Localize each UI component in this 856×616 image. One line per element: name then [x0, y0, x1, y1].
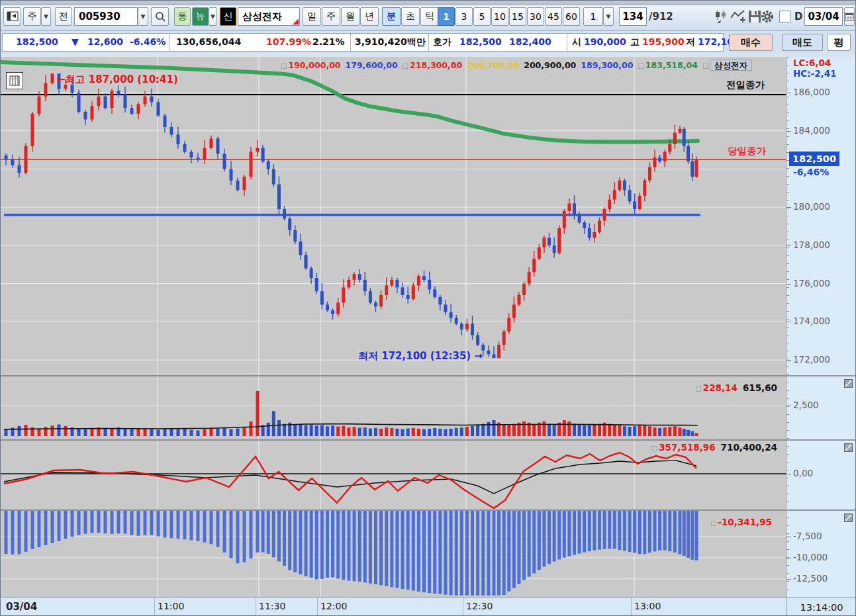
change-pct: -6.46%: [130, 36, 166, 47]
search-icon: [155, 11, 166, 22]
shin-button[interactable]: 신: [220, 7, 236, 26]
d-checkbox[interactable]: [779, 11, 791, 22]
current-pct-axis: -6,46%: [793, 167, 829, 177]
quote-strip: 182,500 ▼ 12,600 -6.46% 130,656,044 107.…: [2, 33, 724, 52]
axis-tick: [786, 207, 791, 208]
price-axis-label: 176,000: [793, 278, 830, 288]
pane-separator: [786, 509, 856, 511]
minute-button-1[interactable]: 1: [438, 7, 455, 26]
price-axis-label: 174,000: [793, 316, 830, 326]
hoga-label: 호가: [433, 36, 452, 48]
period-button-틱[interactable]: 틱: [420, 7, 439, 26]
stock-code-dropdown[interactable]: ▼: [138, 7, 148, 26]
period-button-년[interactable]: 년: [360, 7, 379, 26]
minute-button-60[interactable]: 60: [563, 7, 580, 26]
turnover-pct: 2.21%: [312, 36, 345, 47]
pane-resize-icon[interactable]: [844, 379, 853, 388]
stock-kind-dropdown[interactable]: ▼: [41, 7, 51, 26]
lc-readout: LC:6,04: [793, 58, 831, 68]
low-label: 저: [686, 36, 695, 48]
time-axis-divider: [154, 597, 155, 616]
period-button-월[interactable]: 월: [341, 7, 359, 26]
axis-tick: [786, 284, 791, 285]
minute-button-15[interactable]: 15: [509, 7, 526, 26]
period-button-초[interactable]: 초: [401, 7, 420, 26]
axis-tick: [786, 93, 791, 93]
window-top-strip: [1, 1, 855, 5]
chart-area[interactable]: [1, 57, 786, 597]
divider: [428, 34, 429, 51]
volume-value: 130,656,044: [176, 36, 241, 47]
period-button-일[interactable]: 일: [303, 7, 321, 26]
nyu-dropdown[interactable]: ▼: [209, 7, 217, 26]
settings-gear-icon[interactable]: [759, 7, 775, 26]
lower-axis-label: -10,000: [793, 552, 828, 562]
minute-button-10[interactable]: 10: [491, 7, 508, 26]
price-axis-label: 180,000: [793, 201, 830, 212]
date-input[interactable]: 03/04: [804, 7, 843, 26]
volume-axis-label: 2,500: [793, 400, 819, 410]
stock-name-field[interactable]: 삼성전자: [238, 7, 300, 26]
interval-dropdown[interactable]: ▼: [603, 7, 614, 26]
divider: [567, 34, 567, 51]
axis-tick: [786, 537, 791, 537]
bar-count-input[interactable]: 134: [619, 7, 647, 26]
chart-canvas[interactable]: [1, 57, 786, 597]
buy-button[interactable]: 매수: [729, 34, 773, 51]
pane-resize-icon[interactable]: [844, 443, 853, 452]
bid-price: 182,400: [509, 36, 551, 47]
axis-tick: [786, 406, 791, 406]
down-arrow-icon: ▼: [71, 36, 79, 47]
high-price: 195,900: [642, 36, 685, 47]
price-axis-label: 172,000: [793, 354, 830, 365]
search-button[interactable]: [151, 7, 169, 26]
jeon-button[interactable]: 전: [55, 7, 71, 26]
stock-kind-button[interactable]: 주: [23, 7, 41, 26]
time-axis-label: 11:00: [158, 601, 184, 611]
last-time-cell: 13:14:00: [786, 597, 856, 616]
trade-amount: 3,910,420백만: [355, 36, 426, 48]
price-axis-column: LC:6,04 HC:-2,41 182,500 -6,46% 186,0001…: [786, 57, 856, 597]
flat-button[interactable]: 평: [827, 34, 851, 51]
minute-button-45[interactable]: 45: [545, 7, 562, 26]
time-axis-label: 12:30: [466, 601, 493, 611]
pane-resize-icon[interactable]: [844, 513, 853, 522]
minute-button-5[interactable]: 5: [473, 7, 491, 26]
candle-style-icon[interactable]: [714, 7, 729, 26]
toolbar: 주 ▼ 전 005930 ▼ 통 뉴 ▼ 신 삼성전자 1 ▼ 134 /912: [1, 5, 855, 31]
divider: [169, 34, 170, 51]
axis-tick: [786, 131, 791, 132]
tong-button[interactable]: 통: [174, 7, 191, 26]
stock-code-input[interactable]: 005930: [74, 7, 138, 26]
time-axis-label: 13:00: [634, 601, 661, 611]
interval-value[interactable]: 1: [583, 7, 603, 26]
time-axis-divider: [317, 597, 318, 616]
axis-tick: [786, 579, 791, 580]
time-axis-divider: [463, 597, 463, 616]
minute-button-3[interactable]: 3: [455, 7, 473, 26]
hc-readout: HC:-2,41: [793, 68, 837, 79]
window-layout-icon[interactable]: [3, 7, 21, 26]
period-button-분[interactable]: 분: [382, 7, 401, 26]
calendar-icon[interactable]: [844, 7, 855, 26]
d-checkbox-label: D: [794, 7, 802, 26]
time-axis-label: 03/04: [6, 601, 37, 613]
time-axis-label: 12:00: [320, 601, 347, 611]
grid-view-button[interactable]: [6, 72, 23, 89]
time-axis: 03/0411:0011:3012:0012:3013:00: [1, 597, 786, 616]
current-price-box: 182,500: [789, 152, 839, 166]
lower-axis-label: -7,500: [793, 531, 822, 541]
sell-button[interactable]: 매도: [782, 34, 823, 51]
ask-price: 182,500: [459, 36, 502, 47]
price-axis-label: 184,000: [793, 125, 830, 136]
nyu-button[interactable]: 뉴: [192, 7, 209, 26]
axis-tick: [786, 322, 791, 322]
minute-button-30[interactable]: 30: [527, 7, 544, 26]
line-style-icon[interactable]: [730, 7, 746, 26]
high-label: 고: [630, 36, 640, 48]
volume-ratio: 107.99%: [266, 36, 311, 47]
info-bar: 182,500 ▼ 12,600 -6.46% 130,656,044 107.…: [1, 32, 855, 54]
period-button-주[interactable]: 주: [322, 7, 340, 26]
current-price: 182,500: [16, 36, 58, 47]
time-axis-divider: [631, 597, 632, 616]
